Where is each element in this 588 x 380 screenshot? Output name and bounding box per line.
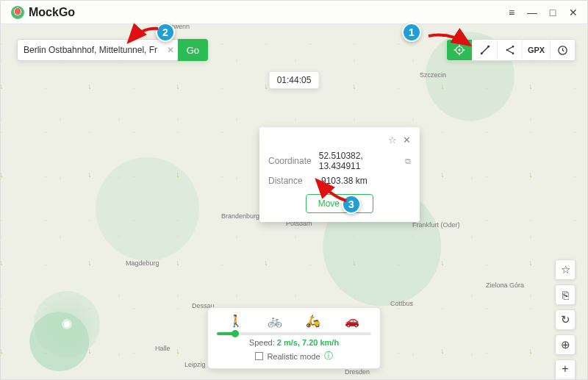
realistic-mode-label: Realistic mode bbox=[267, 352, 320, 361]
one-stop-route-button[interactable] bbox=[472, 40, 497, 60]
clipboard-button[interactable]: ⎘ bbox=[555, 284, 576, 305]
history-button[interactable] bbox=[550, 40, 575, 60]
scooter-mode-icon[interactable]: 🛵 bbox=[294, 314, 333, 328]
search-box: ✕ Go bbox=[17, 39, 208, 61]
target-icon bbox=[453, 44, 465, 56]
favorites-button[interactable]: ☆ bbox=[555, 259, 576, 280]
city-label: Leipzig bbox=[184, 361, 206, 368]
share-icon bbox=[504, 44, 516, 56]
city-label: Zielona Góra bbox=[486, 282, 524, 289]
coordinate-label: Coordinate bbox=[268, 156, 312, 166]
clear-search-icon[interactable]: ✕ bbox=[163, 45, 178, 55]
brand-name: MockGo bbox=[29, 6, 75, 19]
gpx-button[interactable]: GPX bbox=[522, 40, 550, 60]
city-label: Cottbus bbox=[390, 300, 413, 307]
coordinate-value: 52.510382, 13.434911 bbox=[319, 151, 395, 171]
speed-modes: 🚶 🚲 🛵 🚗 bbox=[217, 314, 371, 328]
app-window: Schwerin Szczecin Berlin Potsdam Magdebu… bbox=[0, 0, 588, 380]
multi-stop-route-button[interactable] bbox=[497, 40, 522, 60]
menu-icon[interactable]: ≡ bbox=[505, 6, 518, 19]
move-here-button[interactable]: Move Here bbox=[306, 194, 374, 213]
location-popup: ☆ ✕ Coordinate 52.510382, 13.434911 ⧉ Di… bbox=[259, 127, 420, 222]
walk-mode-icon[interactable]: 🚶 bbox=[217, 314, 256, 328]
city-label: Brandenburg bbox=[221, 212, 259, 220]
teleport-mode-button[interactable] bbox=[447, 40, 472, 60]
zoom-in-button[interactable]: + bbox=[556, 360, 575, 378]
zoom-control: + − bbox=[555, 359, 576, 380]
city-label: Halle bbox=[155, 345, 171, 352]
brand-logo-icon bbox=[11, 6, 24, 19]
go-button[interactable]: Go bbox=[178, 39, 208, 61]
locate-me-button[interactable]: ⊕ bbox=[555, 334, 576, 355]
maximize-button[interactable]: □ bbox=[546, 6, 559, 19]
speed-slider[interactable] bbox=[217, 332, 371, 335]
speed-value: 2 m/s, 7.20 km/h bbox=[277, 338, 339, 347]
svg-point-1 bbox=[459, 49, 461, 51]
joystick-icon[interactable] bbox=[34, 291, 100, 357]
brand: MockGo bbox=[11, 6, 75, 19]
route-icon bbox=[479, 44, 491, 56]
city-label: Frankfurt (Oder) bbox=[412, 221, 460, 229]
speed-panel: 🚶 🚲 🛵 🚗 Speed: 2 m/s, 7.20 km/h Realisti… bbox=[207, 307, 381, 369]
car-mode-icon[interactable]: 🚗 bbox=[333, 314, 372, 328]
reset-button[interactable]: ↻ bbox=[555, 309, 576, 330]
window-buttons: ≡ — □ ✕ bbox=[505, 6, 580, 19]
city-label: Szczecin bbox=[420, 71, 446, 79]
search-input[interactable] bbox=[18, 40, 163, 60]
clock-icon bbox=[557, 45, 568, 56]
close-popup-icon[interactable]: ✕ bbox=[403, 135, 411, 146]
city-label: Dresden bbox=[345, 368, 370, 376]
map-side-tools: ☆ ⎘ ↻ ⊕ + − bbox=[555, 259, 576, 380]
speed-label: Speed: bbox=[249, 338, 275, 347]
close-button[interactable]: ✕ bbox=[567, 6, 580, 19]
distance-label: Distance bbox=[268, 176, 314, 186]
title-bar: MockGo ≡ — □ ✕ bbox=[1, 1, 587, 24]
checkbox-icon[interactable] bbox=[255, 352, 263, 360]
speed-slider-thumb[interactable] bbox=[232, 330, 239, 337]
speed-readout: Speed: 2 m/s, 7.20 km/h bbox=[249, 338, 339, 347]
favorite-icon[interactable]: ☆ bbox=[388, 135, 397, 146]
copy-coordinate-icon[interactable]: ⧉ bbox=[405, 157, 411, 166]
minimize-button[interactable]: — bbox=[526, 6, 539, 19]
city-label: Magdeburg bbox=[126, 259, 159, 267]
mode-toolbar: GPX bbox=[446, 39, 576, 61]
realistic-mode-toggle[interactable]: Realistic mode ⓘ bbox=[255, 350, 332, 362]
info-icon[interactable]: ⓘ bbox=[324, 350, 333, 362]
bike-mode-icon[interactable]: 🚲 bbox=[256, 314, 295, 328]
distance-value: 9103.38 km bbox=[321, 176, 368, 186]
timer-display: 01:44:05 bbox=[269, 71, 320, 89]
